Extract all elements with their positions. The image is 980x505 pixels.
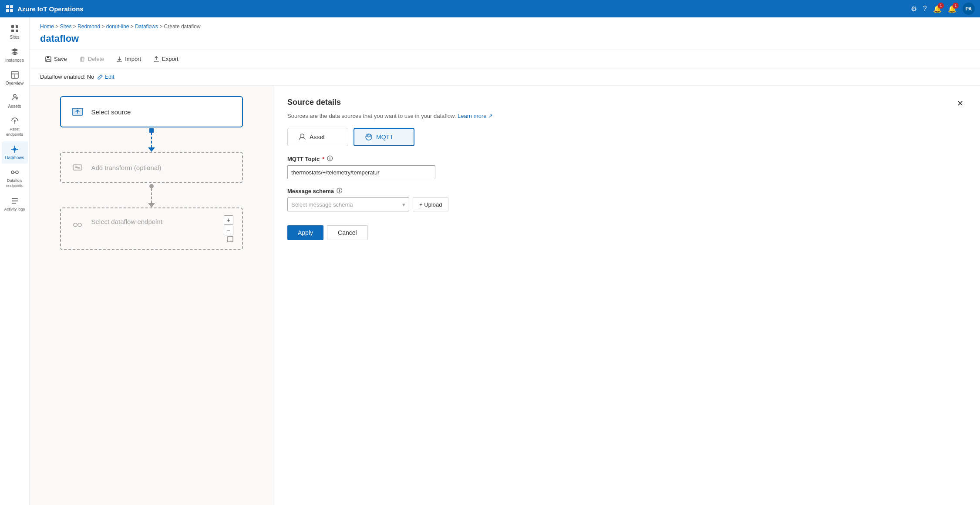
canvas: Select source <box>30 86 273 505</box>
svg-point-13 <box>14 120 16 122</box>
mqtt-topic-input[interactable] <box>287 165 435 179</box>
topbar: Azure IoT Operations ⚙ ? 🔔 1 🔔 1 PA <box>0 0 980 17</box>
add-transform-card[interactable]: Add transform (optional) <box>60 152 243 183</box>
svg-rect-4 <box>11 25 14 28</box>
svg-point-34 <box>368 137 369 137</box>
chevron-down-icon: ▾ <box>402 201 405 208</box>
svg-rect-20 <box>12 201 18 201</box>
breadcrumb-home[interactable]: Home <box>40 23 54 30</box>
svg-rect-0 <box>6 5 9 8</box>
export-icon <box>153 56 159 62</box>
endpoint-controls: + − <box>224 215 233 242</box>
log-icon <box>10 197 19 205</box>
svg-point-11 <box>13 94 16 97</box>
breadcrumb: Home > Sites > Redmond > donut-line > Da… <box>30 17 980 31</box>
dataflow-main: Select source <box>30 86 980 505</box>
topbar-left: Azure IoT Operations <box>5 4 84 13</box>
svg-rect-6 <box>11 30 14 32</box>
close-panel-button[interactable]: ✕ <box>954 98 966 109</box>
breadcrumb-sites[interactable]: Sites <box>60 23 72 30</box>
layers-icon <box>10 47 19 56</box>
connector-arrow-1 <box>148 147 155 152</box>
import-button[interactable]: Import <box>111 54 146 64</box>
svg-rect-2 <box>6 9 9 12</box>
svg-point-30 <box>74 223 77 227</box>
help-icon[interactable]: ? <box>923 5 927 13</box>
transform-card-label: Add transform (optional) <box>91 164 162 171</box>
mqtt-topic-label: MQTT Topic * ⓘ <box>287 155 966 163</box>
mqtt-type-icon <box>365 133 373 141</box>
upload-button[interactable]: + Upload <box>413 197 448 211</box>
sidebar-item-sites[interactable]: Sites <box>2 21 28 43</box>
endpoint-minus-btn[interactable]: − <box>224 226 233 235</box>
import-icon <box>116 56 122 62</box>
sidebar-item-instances[interactable]: Instances <box>2 44 28 66</box>
sidebar-item-assets[interactable]: Assets <box>2 90 28 112</box>
sidebar-label-asset-endpoints: Asset endpoints <box>3 127 26 137</box>
grid-icon <box>10 24 19 33</box>
svg-rect-19 <box>12 198 18 199</box>
sidebar-item-dataflow-endpoints[interactable]: Dataflow endpoints <box>2 164 28 192</box>
page-title: dataflow <box>30 31 980 50</box>
details-title: Source details <box>287 98 341 107</box>
sidebar-label-sites: Sites <box>10 35 19 40</box>
sidebar-item-asset-endpoints[interactable]: Asset endpoints <box>2 113 28 140</box>
dataflow-icon <box>10 145 19 154</box>
details-header: Source details ✕ <box>287 98 966 109</box>
main-layout: Sites Instances Overview Assets <box>0 17 980 505</box>
settings-icon[interactable]: ⚙ <box>911 5 917 13</box>
select-endpoint-card[interactable]: Select dataflow endpoint + − <box>60 207 243 250</box>
svg-rect-21 <box>12 203 16 204</box>
svg-rect-15 <box>13 148 16 150</box>
asset-type-icon <box>298 133 306 141</box>
alerts-icon[interactable]: 🔔 1 <box>948 5 956 13</box>
sidebar-item-dataflows[interactable]: Dataflows <box>2 141 28 164</box>
source-type-row: Asset MQTT <box>287 128 966 146</box>
apply-button[interactable]: Apply <box>287 225 323 240</box>
sidebar: Sites Instances Overview Assets <box>0 17 30 505</box>
status-bar: Dataflow enabled: No Edit <box>30 68 980 86</box>
toolbar: Save Delete Import Export <box>30 50 980 68</box>
notifications-icon[interactable]: 🔔 1 <box>933 5 942 13</box>
mqtt-type-button[interactable]: MQTT <box>354 128 414 146</box>
delete-button[interactable]: Delete <box>74 54 110 64</box>
cancel-button[interactable]: Cancel <box>327 225 368 240</box>
svg-rect-5 <box>16 25 18 28</box>
app-icon <box>5 4 14 13</box>
required-indicator: * <box>322 156 324 162</box>
connector-2 <box>148 183 155 207</box>
save-icon <box>45 56 51 62</box>
source-card-label: Select source <box>91 108 131 116</box>
sidebar-label-overview: Overview <box>6 81 24 86</box>
breadcrumb-redmond[interactable]: Redmond <box>77 23 100 30</box>
message-schema-select[interactable]: Select message schema ▾ <box>287 197 409 211</box>
transform-icon <box>70 160 85 175</box>
sidebar-item-activity-logs[interactable]: Activity logs <box>2 193 28 216</box>
learn-more-link[interactable]: Learn more ↗ <box>458 113 493 119</box>
avatar[interactable]: PA <box>963 3 975 15</box>
export-button[interactable]: Export <box>148 54 184 64</box>
connector-1 <box>148 127 155 152</box>
sidebar-item-overview[interactable]: Overview <box>2 67 28 89</box>
edit-button[interactable]: Edit <box>98 74 114 80</box>
endpoint-plus-btn[interactable]: + <box>224 215 233 225</box>
svg-point-16 <box>11 171 14 174</box>
svg-point-17 <box>16 171 18 174</box>
endpoint-icon <box>70 217 85 233</box>
breadcrumb-donut-line[interactable]: donut-line <box>106 23 129 30</box>
svg-rect-23 <box>47 60 50 61</box>
details-panel: Source details ✕ Sources are the data so… <box>273 86 980 505</box>
dataflow-status: Dataflow enabled: No <box>40 74 94 80</box>
select-source-card[interactable]: Select source <box>60 96 243 127</box>
overview-icon <box>10 70 19 79</box>
asset-type-button[interactable]: Asset <box>287 128 348 146</box>
message-schema-group: Message schema ⓘ Select message schema ▾… <box>287 187 966 211</box>
sidebar-label-dataflow-endpoints: Dataflow endpoints <box>3 178 26 188</box>
action-row: Apply Cancel <box>287 225 966 240</box>
connector-arrow-2 <box>148 203 155 207</box>
svg-rect-1 <box>10 5 13 8</box>
breadcrumb-dataflows[interactable]: Dataflows <box>135 23 158 30</box>
asset-endpoint-icon <box>10 117 19 125</box>
connector-dot-1 <box>149 128 154 133</box>
save-button[interactable]: Save <box>40 54 72 64</box>
